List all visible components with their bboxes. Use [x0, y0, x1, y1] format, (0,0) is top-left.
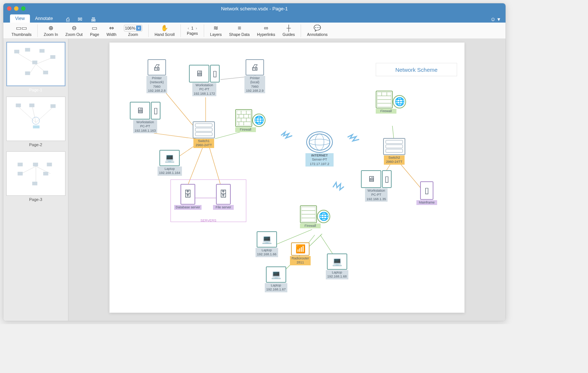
svg-rect-27 — [32, 182, 37, 185]
zoom-page-button[interactable]: ▭Page — [86, 24, 103, 37]
annotations-button[interactable]: 💬Annotations — [303, 24, 331, 37]
svg-line-12 — [32, 106, 36, 122]
help-menu[interactable]: ☺ ▾ — [490, 16, 500, 23]
svg-rect-9 — [25, 71, 30, 75]
close-button[interactable] — [7, 6, 11, 11]
firewall-icon — [235, 109, 252, 127]
node-mainframe[interactable]: ▯ Mainframe — [416, 181, 437, 205]
zoom-in-button[interactable]: ⊕Zoom In — [40, 24, 62, 37]
node-workstation-2[interactable]: 🖥▯ WorkstationPC-PT192.168.1.163 — [130, 102, 160, 133]
node-internet[interactable]: INTERNETServer-PT172.17.197.2 — [305, 131, 334, 167]
diagram-canvas[interactable]: Network Scheme 🖨 Printer(network)7960192… — [109, 43, 464, 313]
node-database-server[interactable]: 🗄 Database server — [174, 184, 202, 210]
pdf-icon[interactable]: ⎙ — [66, 16, 70, 23]
node-printer-local[interactable]: 🖨 Printer(local)7960192.168.2.9 — [244, 59, 265, 93]
thumbnail-page-3[interactable]: Page-3 — [6, 151, 65, 202]
print-icon[interactable]: 🖶 — [91, 16, 96, 23]
canvas-viewport[interactable]: Network Scheme 🖨 Printer(network)7960192… — [68, 39, 506, 321]
router-icon: 📶 — [291, 242, 310, 256]
firewall-icon — [376, 91, 393, 108]
node-workstation-3[interactable]: 🖥▯ WorkstationPC-PT192.168.1.35 — [361, 170, 392, 202]
thumbnails-button[interactable]: ▭▭Thumbnails — [8, 24, 35, 37]
svg-rect-17 — [51, 104, 56, 108]
node-switch-1[interactable]: Switch12960-24TT — [193, 121, 215, 148]
svg-rect-16 — [29, 104, 34, 107]
svg-rect-69 — [386, 140, 403, 144]
server-icon: 🗄 — [216, 184, 231, 205]
tower-icon: ▯ — [382, 170, 392, 188]
svg-rect-44 — [195, 124, 212, 127]
switch-icon — [193, 121, 215, 138]
firewall-icon — [300, 205, 317, 223]
layers-button[interactable]: ≋Layers — [206, 24, 226, 37]
globe-icon: 🌐 — [252, 114, 266, 127]
svg-rect-8 — [50, 55, 55, 59]
svg-rect-70 — [386, 145, 403, 148]
svg-rect-6 — [40, 49, 45, 53]
chevron-down-icon[interactable]: ▾ — [136, 26, 141, 31]
hand-scroll-button[interactable]: ✋Hand Scroll — [151, 24, 178, 37]
zoom-width-button[interactable]: ⇔Width — [103, 24, 120, 37]
main-tabs: View Annotate ⎙ ✉ 🖶 ☺ ▾ — [3, 14, 506, 23]
node-workstation-1[interactable]: 🖥▯ WorkstationPC-PT192.168.1.172 — [189, 65, 220, 96]
titlebar: Network scheme.vsdx - Page-1 — [3, 3, 506, 14]
mainframe-icon: ▯ — [420, 181, 433, 200]
svg-point-61 — [315, 134, 324, 150]
laptop-icon: 💻 — [266, 266, 286, 283]
server-icon: 🗄 — [180, 184, 195, 205]
node-switch-2[interactable]: Switch22960-24TT — [383, 138, 405, 165]
svg-line-19 — [21, 167, 36, 174]
svg-rect-23 — [33, 163, 38, 167]
node-laptop-b[interactable]: 💻 Laptop192.168.1.67 — [265, 266, 287, 292]
svg-rect-5 — [25, 48, 30, 52]
tab-view[interactable]: View — [10, 14, 30, 23]
svg-rect-71 — [386, 149, 403, 152]
laptop-icon: 💻 — [327, 253, 347, 270]
svg-point-60 — [309, 134, 330, 150]
tower-icon: ▯ — [151, 102, 160, 120]
page-next[interactable]: › — [196, 26, 197, 30]
window-title: Network scheme.vsdx - Page-1 — [221, 6, 288, 11]
node-firewall-top[interactable]: 🌐 Firewall — [376, 91, 406, 114]
laptop-icon: 💻 — [257, 231, 277, 248]
node-laptop-1[interactable]: 💻 Laptop192.168.1.164 — [158, 150, 182, 176]
svg-line-36 — [215, 131, 243, 139]
node-firewall-bottom[interactable]: 🌐 Firewall — [300, 205, 330, 228]
node-file-server[interactable]: 🗄 File server — [213, 184, 234, 210]
monitor-icon: 🖥 — [130, 102, 150, 120]
svg-rect-25 — [18, 172, 23, 175]
node-laptop-a[interactable]: 💻 Laptop192.168.1.66 — [256, 231, 278, 257]
thumbnails-panel: Page-1 Page-2 Page-3 — [3, 39, 68, 321]
svg-point-14 — [32, 117, 40, 124]
tower-icon: ▯ — [210, 65, 220, 83]
zoom-out-button[interactable]: ⊖Zoom Out — [62, 24, 87, 37]
guides-button[interactable]: ┼Guides — [279, 24, 298, 37]
shape-data-button[interactable]: ≡Shape Data — [226, 24, 253, 37]
share-icon[interactable]: ✉ — [78, 16, 82, 23]
tab-annotate[interactable]: Annotate — [30, 14, 58, 23]
monitor-icon: 🖥 — [361, 170, 381, 188]
svg-line-30 — [154, 133, 198, 139]
node-radiorouter[interactable]: 📶 Radiorouter2811 — [290, 242, 311, 265]
monitor-icon: 🖥 — [189, 65, 209, 83]
node-laptop-c[interactable]: 💻 Laptop192.168.1.68 — [326, 253, 348, 279]
minimize-button[interactable] — [14, 6, 18, 11]
zoom-select[interactable]: 106%▾ Zoom — [120, 24, 146, 37]
diagram-title: Network Scheme — [376, 63, 457, 76]
svg-rect-26 — [43, 172, 48, 175]
thumbnail-page-2[interactable]: Page-2 — [6, 97, 65, 147]
node-firewall-1[interactable]: 🌐 Firewall — [235, 109, 266, 132]
switch-icon — [383, 138, 405, 155]
thumbnail-page-1[interactable]: Page-1 — [6, 42, 65, 92]
laptop-icon: 💻 — [159, 150, 180, 166]
node-printer-network[interactable]: 🖨 Printer(network)7960192.168.2.8 — [146, 59, 167, 93]
svg-point-62 — [309, 139, 330, 145]
maximize-button[interactable] — [21, 6, 26, 11]
printer-icon: 🖨 — [148, 59, 166, 75]
globe-icon — [306, 131, 333, 153]
svg-rect-45 — [195, 128, 212, 131]
svg-rect-4 — [14, 50, 20, 54]
svg-rect-15 — [16, 104, 21, 107]
hyperlinks-button[interactable]: ∞Hyperlinks — [253, 24, 279, 37]
page-prev[interactable]: ‹ — [187, 26, 189, 30]
